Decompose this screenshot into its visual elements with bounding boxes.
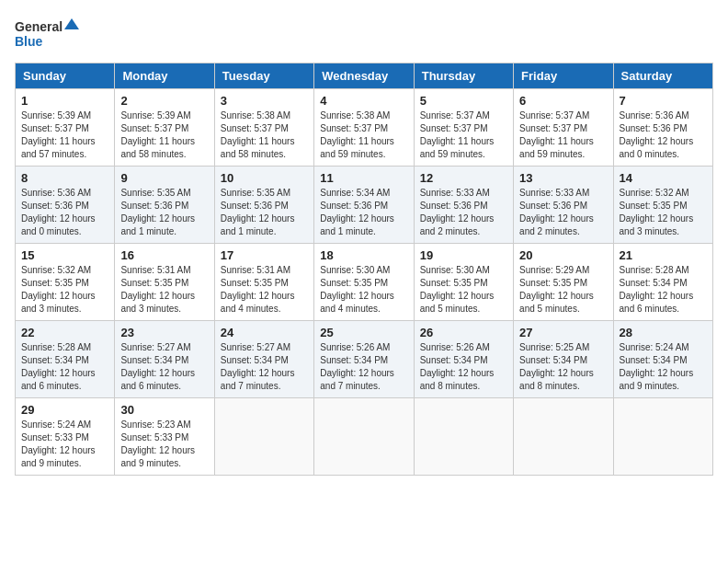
page-header: General Blue xyxy=(15,15,713,52)
calendar-cell: 15 Sunrise: 5:32 AM Sunset: 5:35 PM Dayl… xyxy=(16,244,115,321)
weekday-header-tuesday: Tuesday xyxy=(214,63,313,89)
calendar-cell: 29 Sunrise: 5:24 AM Sunset: 5:33 PM Dayl… xyxy=(16,398,115,476)
day-info: Sunrise: 5:30 AM Sunset: 5:35 PM Dayligh… xyxy=(320,264,407,316)
day-info: Sunrise: 5:28 AM Sunset: 5:34 PM Dayligh… xyxy=(21,341,108,393)
calendar-cell: 10 Sunrise: 5:35 AM Sunset: 5:36 PM Dayl… xyxy=(214,167,313,244)
calendar-cell xyxy=(214,398,313,476)
calendar-cell: 27 Sunrise: 5:25 AM Sunset: 5:34 PM Dayl… xyxy=(514,321,613,398)
day-info: Sunrise: 5:36 AM Sunset: 5:36 PM Dayligh… xyxy=(21,187,108,238)
day-number: 4 xyxy=(320,94,407,108)
day-info: Sunrise: 5:34 AM Sunset: 5:36 PM Dayligh… xyxy=(320,187,407,238)
day-info: Sunrise: 5:26 AM Sunset: 5:34 PM Dayligh… xyxy=(320,341,407,393)
day-number: 9 xyxy=(120,171,208,185)
day-number: 29 xyxy=(21,403,108,417)
day-info: Sunrise: 5:27 AM Sunset: 5:34 PM Dayligh… xyxy=(221,341,308,393)
day-number: 20 xyxy=(519,248,607,262)
calendar-cell: 22 Sunrise: 5:28 AM Sunset: 5:34 PM Dayl… xyxy=(16,321,115,398)
weekday-header-saturday: Saturday xyxy=(613,63,712,89)
day-info: Sunrise: 5:30 AM Sunset: 5:35 PM Dayligh… xyxy=(420,264,507,316)
day-number: 15 xyxy=(21,248,108,262)
calendar-table: SundayMondayTuesdayWednesdayThursdayFrid… xyxy=(15,63,713,476)
calendar-cell: 20 Sunrise: 5:29 AM Sunset: 5:35 PM Dayl… xyxy=(514,244,613,321)
day-info: Sunrise: 5:38 AM Sunset: 5:37 PM Dayligh… xyxy=(221,109,308,161)
day-info: Sunrise: 5:32 AM Sunset: 5:35 PM Dayligh… xyxy=(620,187,707,238)
day-number: 17 xyxy=(221,248,308,262)
day-number: 26 xyxy=(420,326,507,339)
calendar-cell xyxy=(314,398,414,476)
calendar-cell: 6 Sunrise: 5:37 AM Sunset: 5:37 PM Dayli… xyxy=(514,89,613,167)
calendar-cell: 1 Sunrise: 5:39 AM Sunset: 5:37 PM Dayli… xyxy=(16,89,115,167)
calendar-cell: 13 Sunrise: 5:33 AM Sunset: 5:36 PM Dayl… xyxy=(514,167,613,244)
day-info: Sunrise: 5:28 AM Sunset: 5:34 PM Dayligh… xyxy=(620,264,707,316)
day-info: Sunrise: 5:39 AM Sunset: 5:37 PM Dayligh… xyxy=(21,109,108,161)
day-number: 3 xyxy=(221,94,308,108)
calendar-header-row: SundayMondayTuesdayWednesdayThursdayFrid… xyxy=(16,63,713,89)
calendar-cell: 12 Sunrise: 5:33 AM Sunset: 5:36 PM Dayl… xyxy=(414,167,513,244)
logo: General Blue xyxy=(15,15,79,52)
calendar-cell: 3 Sunrise: 5:38 AM Sunset: 5:37 PM Dayli… xyxy=(214,89,313,167)
calendar-cell: 9 Sunrise: 5:35 AM Sunset: 5:36 PM Dayli… xyxy=(115,167,214,244)
day-number: 23 xyxy=(120,326,208,339)
calendar-cell: 19 Sunrise: 5:30 AM Sunset: 5:35 PM Dayl… xyxy=(414,244,513,321)
day-info: Sunrise: 5:24 AM Sunset: 5:34 PM Dayligh… xyxy=(620,341,707,393)
calendar-cell: 30 Sunrise: 5:23 AM Sunset: 5:33 PM Dayl… xyxy=(115,398,214,476)
day-info: Sunrise: 5:39 AM Sunset: 5:37 PM Dayligh… xyxy=(120,109,208,161)
day-number: 2 xyxy=(120,94,208,108)
day-info: Sunrise: 5:32 AM Sunset: 5:35 PM Dayligh… xyxy=(21,264,108,316)
day-info: Sunrise: 5:31 AM Sunset: 5:35 PM Dayligh… xyxy=(221,264,308,316)
weekday-header-wednesday: Wednesday xyxy=(314,63,414,89)
day-number: 5 xyxy=(420,94,507,108)
day-number: 30 xyxy=(120,403,208,417)
day-number: 24 xyxy=(221,326,308,339)
day-info: Sunrise: 5:23 AM Sunset: 5:33 PM Dayligh… xyxy=(120,419,208,470)
calendar-cell: 28 Sunrise: 5:24 AM Sunset: 5:34 PM Dayl… xyxy=(613,321,712,398)
calendar-cell: 7 Sunrise: 5:36 AM Sunset: 5:36 PM Dayli… xyxy=(613,89,712,167)
day-info: Sunrise: 5:33 AM Sunset: 5:36 PM Dayligh… xyxy=(519,187,607,238)
day-info: Sunrise: 5:35 AM Sunset: 5:36 PM Dayligh… xyxy=(221,187,308,238)
calendar-cell: 17 Sunrise: 5:31 AM Sunset: 5:35 PM Dayl… xyxy=(214,244,313,321)
day-number: 19 xyxy=(420,248,507,262)
day-info: Sunrise: 5:24 AM Sunset: 5:33 PM Dayligh… xyxy=(21,419,108,470)
day-info: Sunrise: 5:36 AM Sunset: 5:36 PM Dayligh… xyxy=(620,109,707,161)
day-info: Sunrise: 5:27 AM Sunset: 5:34 PM Dayligh… xyxy=(120,341,208,393)
day-info: Sunrise: 5:31 AM Sunset: 5:35 PM Dayligh… xyxy=(120,264,208,316)
day-number: 14 xyxy=(620,171,707,185)
day-number: 28 xyxy=(620,326,707,339)
svg-text:Blue: Blue xyxy=(15,34,43,49)
calendar-cell: 25 Sunrise: 5:26 AM Sunset: 5:34 PM Dayl… xyxy=(314,321,414,398)
day-info: Sunrise: 5:25 AM Sunset: 5:34 PM Dayligh… xyxy=(519,341,607,393)
day-number: 27 xyxy=(519,326,607,339)
day-number: 6 xyxy=(519,94,607,108)
day-info: Sunrise: 5:35 AM Sunset: 5:36 PM Dayligh… xyxy=(120,187,208,238)
day-number: 12 xyxy=(420,171,507,185)
day-number: 7 xyxy=(620,94,707,108)
day-number: 11 xyxy=(320,171,407,185)
weekday-header-monday: Monday xyxy=(115,63,214,89)
weekday-header-sunday: Sunday xyxy=(16,63,115,89)
calendar-cell: 5 Sunrise: 5:37 AM Sunset: 5:37 PM Dayli… xyxy=(414,89,513,167)
day-number: 18 xyxy=(320,248,407,262)
calendar-cell: 11 Sunrise: 5:34 AM Sunset: 5:36 PM Dayl… xyxy=(314,167,414,244)
calendar-cell: 21 Sunrise: 5:28 AM Sunset: 5:34 PM Dayl… xyxy=(613,244,712,321)
day-number: 16 xyxy=(120,248,208,262)
day-info: Sunrise: 5:38 AM Sunset: 5:37 PM Dayligh… xyxy=(320,109,407,161)
day-number: 10 xyxy=(221,171,308,185)
day-info: Sunrise: 5:37 AM Sunset: 5:37 PM Dayligh… xyxy=(420,109,507,161)
day-number: 1 xyxy=(21,94,108,108)
svg-marker-2 xyxy=(64,18,79,29)
day-info: Sunrise: 5:33 AM Sunset: 5:36 PM Dayligh… xyxy=(420,187,507,238)
calendar-cell: 16 Sunrise: 5:31 AM Sunset: 5:35 PM Dayl… xyxy=(115,244,214,321)
calendar-cell: 23 Sunrise: 5:27 AM Sunset: 5:34 PM Dayl… xyxy=(115,321,214,398)
calendar-cell: 2 Sunrise: 5:39 AM Sunset: 5:37 PM Dayli… xyxy=(115,89,214,167)
day-number: 8 xyxy=(21,171,108,185)
calendar-cell xyxy=(514,398,613,476)
calendar-cell: 26 Sunrise: 5:26 AM Sunset: 5:34 PM Dayl… xyxy=(414,321,513,398)
logo-svg: General Blue xyxy=(15,15,79,52)
day-info: Sunrise: 5:29 AM Sunset: 5:35 PM Dayligh… xyxy=(519,264,607,316)
calendar-cell: 4 Sunrise: 5:38 AM Sunset: 5:37 PM Dayli… xyxy=(314,89,414,167)
calendar-cell xyxy=(414,398,513,476)
calendar-cell: 14 Sunrise: 5:32 AM Sunset: 5:35 PM Dayl… xyxy=(613,167,712,244)
weekday-header-friday: Friday xyxy=(514,63,613,89)
day-number: 21 xyxy=(620,248,707,262)
calendar-cell xyxy=(613,398,712,476)
